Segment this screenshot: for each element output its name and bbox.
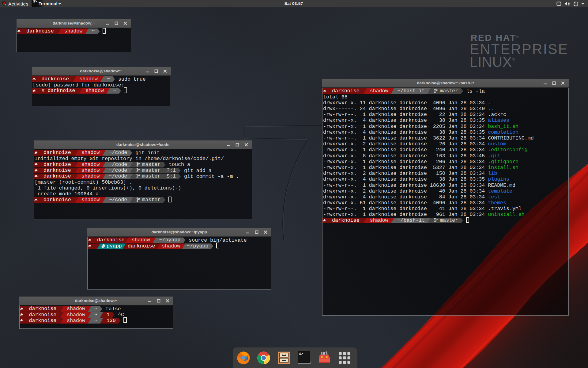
svg-text:$>: $> bbox=[299, 352, 303, 356]
